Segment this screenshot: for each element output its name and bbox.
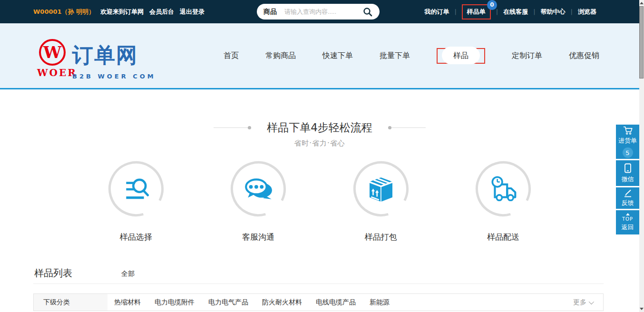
- nav-item-quick-order[interactable]: 快速下单: [322, 51, 353, 61]
- my-orders-link[interactable]: 我的订单: [424, 8, 449, 16]
- side-toolbar: 进货单 5 微信 反馈 TOP 返回: [616, 125, 639, 234]
- chevron-down-icon: [589, 299, 594, 304]
- welcome-text: 欢迎来到订单网: [100, 8, 144, 16]
- user-id: W00001（孙 明明）: [33, 8, 95, 16]
- cart-icon: [623, 126, 633, 135]
- search-list-icon: [121, 174, 151, 204]
- step-label: 样品配送: [487, 232, 519, 243]
- search-input[interactable]: [284, 8, 362, 15]
- delivery-truck-icon: [488, 174, 518, 204]
- step-ring: [230, 161, 286, 217]
- separator: |: [454, 8, 456, 15]
- more-label: 更多: [573, 298, 586, 307]
- logo-circle-icon: W: [39, 39, 66, 66]
- decorative-dot: [248, 126, 251, 129]
- feedback-button[interactable]: 反馈: [616, 187, 639, 209]
- search-bar: 商品: [257, 4, 380, 20]
- category-new-energy[interactable]: 新能源: [370, 298, 390, 307]
- separator: |: [496, 8, 498, 15]
- annotation-box-nav-sample: 样品: [437, 48, 485, 64]
- search-category-selector[interactable]: 商品: [263, 8, 277, 16]
- feedback-label: 反馈: [622, 199, 634, 207]
- nav-item-bulk-order[interactable]: 批量下单: [380, 51, 410, 61]
- separator: |: [571, 8, 573, 15]
- logout-link[interactable]: 退出登录: [180, 8, 205, 16]
- category-electric-products[interactable]: 电力电气产品: [208, 298, 248, 307]
- step-ring: [353, 161, 409, 217]
- chat-icon: [244, 174, 273, 204]
- decorative-line: [214, 127, 248, 128]
- subcategory-items: 热缩材料 电力电缆附件 电力电气产品 防火耐火材料 电线电缆产品 新能源: [107, 294, 573, 311]
- step-ring: [108, 161, 164, 217]
- nav-item-home[interactable]: 首页: [224, 51, 239, 61]
- site-name: 订单网: [72, 41, 156, 69]
- category-power-cable-accessories[interactable]: 电力电缆附件: [155, 298, 195, 307]
- arrow-up-icon: [626, 213, 630, 215]
- step-ring: [475, 161, 531, 217]
- nav-item-promotions[interactable]: 优惠促销: [569, 51, 599, 61]
- more-button[interactable]: 更多: [573, 294, 603, 311]
- browser-link[interactable]: 浏览器: [578, 8, 596, 16]
- site-slogan: B2B WOER COM: [72, 73, 156, 80]
- cart-label: 进货单: [618, 136, 637, 145]
- sample-order-link[interactable]: 样品单: [467, 8, 486, 15]
- topbar: W00001（孙 明明） 欢迎来到订单网 会员后台 退出登录 商品 我的订单 |…: [0, 0, 639, 23]
- topbar-right: 我的订单 | 样品单 0 | 在线客服 | 帮助中心 | 浏览器: [424, 0, 596, 23]
- main-nav: 首页 常购商品 快速下单 批量下单 样品 定制订单 优惠促销: [224, 23, 599, 88]
- member-center-link[interactable]: 会员后台: [149, 8, 174, 16]
- subcategory-row-label: 下级分类: [34, 294, 107, 311]
- annotation-box-sample-order: 样品单 0: [462, 4, 491, 20]
- subcategory-filter-row: 下级分类 热缩材料 电力电缆附件 电力电气产品 防火耐火材料 电线电缆产品 新能…: [33, 293, 604, 311]
- divider: [33, 283, 604, 284]
- separator: |: [533, 8, 535, 15]
- sample-order-count-badge: 0: [487, 0, 497, 10]
- step-label: 客服沟通: [242, 232, 274, 243]
- category-fireproof-materials[interactable]: 防火耐火材料: [262, 298, 302, 307]
- scroll-up-arrow-icon[interactable]: [640, 2, 644, 4]
- purchase-cart-button[interactable]: 进货单 5: [616, 125, 639, 159]
- site-name-block: 订单网 B2B WOER COM: [72, 41, 156, 80]
- step-customer-service: 客服沟通: [197, 161, 320, 243]
- process-steps: 样品选择 客服沟通: [75, 161, 565, 243]
- step-label: 样品选择: [120, 232, 152, 243]
- process-title: 样品下单4步轻松流程: [267, 120, 372, 135]
- wechat-button[interactable]: 微信: [616, 160, 639, 186]
- decorative-line: [391, 127, 426, 128]
- cart-count-badge: 5: [623, 147, 633, 158]
- category-heat-shrink[interactable]: 热缩材料: [114, 298, 141, 307]
- site-header: W WOER 订单网 B2B WOER COM 首页 常购商品 快速下单 批量下…: [0, 23, 639, 89]
- nav-item-custom-order[interactable]: 定制订单: [512, 51, 542, 61]
- sample-list-title: 样品列表: [34, 267, 72, 280]
- online-service-link[interactable]: 在线客服: [503, 8, 528, 16]
- process-subtitle: 省时·省力·省心: [0, 139, 639, 148]
- step-sample-delivery: 样品配送: [442, 161, 565, 243]
- vertical-scrollbar[interactable]: [639, 0, 644, 312]
- back-to-top-button[interactable]: TOP 返回: [616, 210, 639, 234]
- step-label: 样品打包: [365, 232, 397, 243]
- nav-item-sample[interactable]: 样品: [442, 47, 480, 64]
- mobile-phone-icon: [624, 163, 632, 174]
- help-center-link[interactable]: 帮助中心: [541, 8, 566, 16]
- filter-all[interactable]: 全部: [121, 270, 135, 278]
- package-icon: [366, 174, 396, 204]
- step-sample-packing: 样品打包: [320, 161, 442, 243]
- wechat-label: 微信: [622, 175, 634, 184]
- search-icon[interactable]: [362, 7, 373, 17]
- decorative-dot: [388, 126, 391, 129]
- scrollbar-thumb[interactable]: [639, 6, 644, 78]
- category-wire-cable-products[interactable]: 电线电缆产品: [316, 298, 356, 307]
- nav-item-frequent-goods[interactable]: 常购商品: [265, 51, 296, 61]
- back-label: 返回: [622, 223, 634, 232]
- woer-logo[interactable]: W WOER: [37, 39, 68, 78]
- logo-text: WOER: [37, 67, 68, 78]
- process-title-row: 样品下单4步轻松流程: [0, 120, 639, 135]
- topbar-left: W00001（孙 明明） 欢迎来到订单网 会员后台 退出登录: [33, 0, 205, 23]
- logo-letter: W: [43, 44, 61, 60]
- pencil-icon: [623, 189, 633, 197]
- step-sample-selection: 样品选择: [75, 161, 197, 243]
- scroll-down-arrow-icon[interactable]: [640, 308, 644, 310]
- top-text: TOP: [622, 216, 633, 222]
- page: W00001（孙 明明） 欢迎来到订单网 会员后台 退出登录 商品 我的订单 |…: [0, 0, 644, 312]
